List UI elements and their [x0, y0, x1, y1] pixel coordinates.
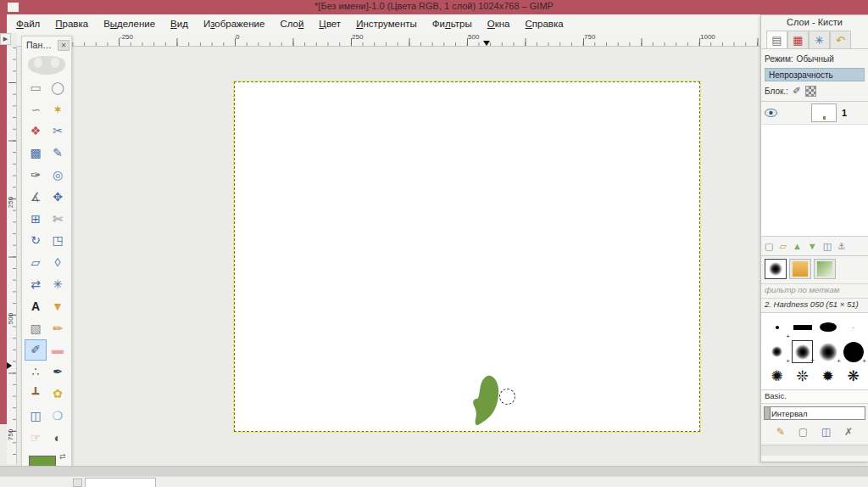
menu-filters[interactable]: Фильтры: [425, 16, 480, 31]
brush-item-solid[interactable]: +: [843, 340, 864, 363]
select-by-color-tool[interactable]: ❖: [25, 120, 47, 143]
menu-image[interactable]: Изображение: [196, 16, 272, 31]
brush-spacing-slider[interactable]: Интервал: [764, 406, 865, 420]
toolbox-header[interactable]: Пан… ✕: [22, 36, 71, 53]
dock-title[interactable]: Слои - Кисти: [761, 15, 868, 31]
unit-dropdown[interactable]: [85, 478, 156, 487]
scale-tool[interactable]: ◳: [47, 230, 69, 252]
gradient-tool[interactable]: ▧: [25, 317, 47, 339]
alignment-tool[interactable]: ⊞: [25, 208, 47, 230]
new-group-button[interactable]: ▱: [779, 241, 786, 252]
dock-tab-row: ▤▦✳↶: [761, 31, 868, 49]
duplicate-layer-button[interactable]: ◫: [823, 241, 832, 252]
raise-layer-button[interactable]: ▲: [793, 241, 802, 251]
duplicate-brush-button[interactable]: ◫: [821, 426, 831, 438]
paths-tab[interactable]: ✳: [809, 31, 830, 48]
channels-tab[interactable]: ▦: [787, 31, 809, 48]
shear-tool[interactable]: ▱: [25, 251, 47, 273]
layer-thumbnail[interactable]: [811, 104, 837, 122]
brush-item-soft[interactable]: +: [766, 340, 787, 363]
horizontal-scrollbar[interactable]: [0, 466, 868, 476]
lock-alpha-icon[interactable]: [805, 86, 816, 97]
delete-brush-button[interactable]: ✗: [844, 426, 853, 438]
dodge-burn-tool[interactable]: ◐: [47, 427, 69, 449]
brush-item-splat[interactable]: ✺: [766, 365, 787, 388]
brush-item-soft[interactable]: +: [792, 340, 813, 363]
free-select-tool[interactable]: ∽: [25, 98, 47, 120]
menu-tools[interactable]: Инструменты: [348, 16, 425, 31]
lower-layer-button[interactable]: ▼: [808, 241, 817, 251]
move-tool[interactable]: ✥: [47, 186, 69, 208]
menu-colors[interactable]: Цвет: [311, 16, 348, 31]
ink-tool[interactable]: ✒: [47, 361, 69, 383]
undo-history-tab[interactable]: ↶: [830, 31, 851, 48]
smudge-tool[interactable]: ☞: [25, 427, 47, 449]
layer-row[interactable]: 1: [761, 102, 868, 125]
heal-tool[interactable]: ✿: [47, 383, 69, 405]
quick-mask-toggle[interactable]: [73, 479, 82, 487]
foreground-select-tool[interactable]: ▩: [25, 142, 47, 164]
brush-item-ellipse[interactable]: [817, 316, 838, 339]
color-picker-tool[interactable]: ✑: [25, 164, 47, 186]
brush-item-splat[interactable]: ✹: [817, 365, 838, 388]
rectangle-select-tool[interactable]: ▭: [25, 76, 47, 98]
fuzzy-select-tool[interactable]: ✶: [47, 98, 69, 120]
text-tool[interactable]: A: [25, 295, 47, 317]
brush-item-splat[interactable]: ❋: [843, 365, 864, 388]
mode-dropdown[interactable]: Обычный: [797, 54, 834, 64]
menu-layer[interactable]: Слой: [272, 16, 311, 31]
ellipse-select-tool[interactable]: ◯: [47, 76, 69, 98]
brush-item-soft[interactable]: +: [817, 340, 838, 363]
zoom-tool[interactable]: ◎: [47, 164, 69, 186]
brush-item-splat[interactable]: ❊: [792, 365, 813, 388]
swap-colors-icon[interactable]: ⇄: [59, 452, 66, 461]
menu-select[interactable]: Выделение: [96, 16, 163, 31]
brush-item-dot[interactable]: +: [766, 316, 787, 339]
layer-name[interactable]: 1: [842, 108, 847, 118]
menu-help[interactable]: Справка: [518, 16, 571, 31]
blur-sharpen-tool[interactable]: ❍: [47, 405, 69, 427]
ruler-corner-menu-button[interactable]: ▶: [0, 33, 11, 45]
measure-tool[interactable]: ∡: [25, 186, 47, 208]
lock-pixels-icon[interactable]: ✐: [793, 85, 801, 97]
gradients-tab[interactable]: [814, 259, 836, 279]
scissors-select-tool[interactable]: ✂: [47, 120, 69, 143]
brush-item-bar[interactable]: [792, 316, 813, 339]
perspective-clone-tool[interactable]: ◫: [25, 405, 47, 427]
clone-tool[interactable]: ┻: [25, 383, 47, 405]
image-canvas[interactable]: [234, 81, 700, 432]
anchor-layer-button[interactable]: ⚓: [837, 241, 846, 252]
cage-transform-tool[interactable]: ✳: [47, 273, 69, 295]
flip-tool[interactable]: ⇄: [25, 273, 47, 295]
layers-tab[interactable]: ▤: [766, 31, 787, 48]
vertical-ruler[interactable]: 250500750: [7, 47, 17, 464]
brush-item-mark[interactable]: ·: [843, 316, 864, 339]
brush-tag-entry[interactable]: Basic.: [761, 390, 868, 404]
canvas-area[interactable]: [17, 47, 760, 464]
paths-tool[interactable]: ✎: [47, 142, 69, 164]
spacing-slider-handle[interactable]: [765, 407, 771, 419]
brushes-tab[interactable]: [765, 259, 787, 279]
horizontal-ruler[interactable]: -25002505007501000: [17, 33, 760, 47]
layer-visibility-eye-icon[interactable]: [765, 109, 777, 117]
new-layer-button[interactable]: ▢: [765, 241, 773, 252]
menu-view[interactable]: Вид: [163, 16, 196, 31]
bucket-fill-tool[interactable]: ▼: [47, 295, 69, 317]
paintbrush-tool[interactable]: ✐: [25, 339, 47, 361]
menu-file[interactable]: Файл: [8, 16, 47, 31]
rotate-tool[interactable]: ↻: [25, 230, 47, 252]
title-bar[interactable]: *[Без имени]-1.0 (Цвета RGB, 1 слой) 102…: [0, 0, 868, 14]
opacity-slider[interactable]: Непрозрачность: [765, 68, 865, 81]
menu-windows[interactable]: Окна: [480, 16, 518, 31]
menu-edit[interactable]: Правка: [47, 16, 96, 31]
crop-tool[interactable]: ✄: [47, 208, 69, 230]
patterns-tab[interactable]: [789, 259, 811, 279]
toolbox-close-button[interactable]: ✕: [58, 40, 70, 51]
new-brush-button[interactable]: ▢: [798, 426, 808, 438]
perspective-tool[interactable]: ◊: [47, 251, 69, 273]
edit-brush-button[interactable]: ✎: [776, 426, 785, 438]
eraser-tool[interactable]: ▬: [47, 339, 69, 361]
airbrush-tool[interactable]: ∴: [25, 361, 47, 383]
pencil-tool[interactable]: ✏: [47, 317, 69, 339]
brush-filter-input[interactable]: фильтр по меткам: [761, 283, 868, 299]
